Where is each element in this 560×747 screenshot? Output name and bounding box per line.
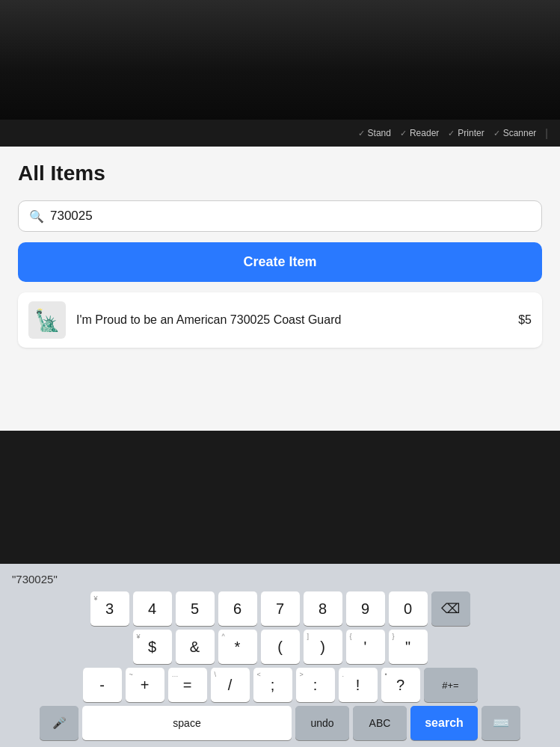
keyboard-row-numbers: ¥3 4 5 6 7 8 9 0 ⌫ [3,591,557,626]
status-printer: ✓ Printer [448,128,484,138]
key-equals[interactable]: …= [168,668,207,702]
status-scanner: ✓ Scanner [493,128,537,138]
key-semicolon[interactable]: <; [253,668,292,702]
search-key[interactable]: search [410,706,478,740]
key-dash[interactable]: - [83,668,122,702]
status-divider: | [545,127,548,139]
item-row[interactable]: 🗽 I'm Proud to be an American 730025 Coa… [18,292,542,348]
key-plus[interactable]: ~+ [126,668,164,702]
search-bar[interactable]: 🔍 [18,200,542,232]
key-7[interactable]: 7 [261,591,300,626]
key-hashtagplus[interactable]: #+= [424,668,478,702]
backspace-icon: ⌫ [441,600,460,617]
item-image: 🗽 [34,308,61,333]
key-question[interactable]: •? [381,668,420,702]
key-open-paren[interactable]: ( [261,630,300,664]
item-name: I'm Proud to be an American 730025 Coast… [76,313,508,327]
key-double-quote[interactable]: }" [389,630,428,664]
key-ampersand[interactable]: & [176,630,215,664]
undo-key[interactable]: undo [295,706,349,740]
microphone-icon: 🎤 [52,716,67,730]
microphone-key[interactable]: 🎤 [40,706,79,740]
undo-label: undo [310,717,333,729]
key-8[interactable]: 8 [304,591,342,626]
create-item-button[interactable]: Create Item [18,242,542,282]
key-9[interactable]: 9 [346,591,385,626]
keyboard-icon: ⌨️ [493,715,509,731]
key-slash[interactable]: \/ [211,668,250,702]
key-3[interactable]: ¥3 [90,591,129,626]
key-asterisk[interactable]: ^* [218,630,257,664]
key-0[interactable]: 0 [389,591,428,626]
keyboard-dismiss-key[interactable]: ⌨️ [481,706,520,740]
keyboard-row-symbols1: ¥$ & ^* ( ]) {' }" [3,630,557,664]
search-input[interactable] [50,209,531,224]
space-key[interactable]: space [82,706,292,740]
page-title: All Items [18,162,542,185]
key-dollar[interactable]: ¥$ [133,630,172,664]
abc-key[interactable]: ABC [353,706,407,740]
key-4[interactable]: 4 [133,591,172,626]
keyboard-area: "730025" ¥3 4 5 6 7 8 9 0 ⌫ ¥$ & ^* ( ])… [0,564,560,747]
item-price: $5 [518,313,532,327]
top-bar [0,0,560,120]
keyboard-bottom-row: 🎤 space undo ABC search ⌨️ [3,706,557,740]
backspace-key[interactable]: ⌫ [431,591,470,626]
key-exclamation[interactable]: .! [339,668,378,702]
main-content: All Items 🔍 Create Item 🗽 I'm Proud to b… [0,147,560,431]
search-label: search [425,716,464,730]
key-6[interactable]: 6 [218,591,257,626]
key-close-paren[interactable]: ]) [304,630,342,664]
keyboard-row-symbols2: - ~+ …= \/ <; >: .! •? #+= [3,668,557,702]
item-thumbnail: 🗽 [28,301,66,339]
status-stand: ✓ Stand [358,128,391,138]
status-reader: ✓ Reader [400,128,439,138]
key-colon[interactable]: >: [296,668,335,702]
key-5[interactable]: 5 [176,591,215,626]
keyboard-search-text: "730025" [3,570,557,591]
key-single-quote[interactable]: {' [346,630,385,664]
search-icon: 🔍 [29,209,44,224]
space-label: space [173,717,200,729]
status-bar: ✓ Stand ✓ Reader ✓ Printer ✓ Scanner | [0,120,560,147]
abc-label: ABC [369,717,391,729]
